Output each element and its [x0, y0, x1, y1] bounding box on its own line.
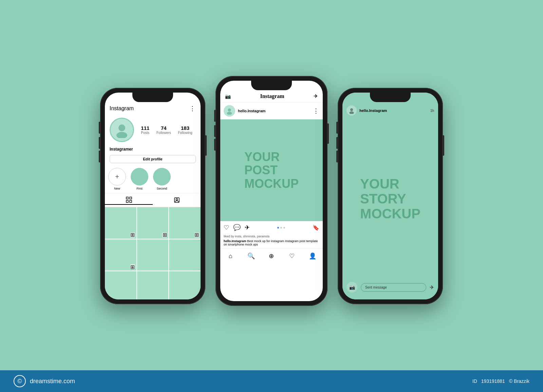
stats-numbers: 111 Posts 74 Followers 183 Following [137, 125, 196, 135]
story-send-icon[interactable]: ✈ [430, 284, 434, 291]
highlight-first[interactable]: First [131, 168, 148, 190]
post-mockup-line1: YOUR [244, 150, 280, 164]
notch-story [370, 93, 411, 102]
story-time: 1h [430, 109, 434, 113]
home-nav-post[interactable]: ⌂ [224, 251, 237, 261]
phone-story: hello.Instagram 1h YOUR STORY MOCKUP 📷 S… [338, 88, 443, 304]
grid-cell-3[interactable]: ⊞ [169, 207, 201, 239]
grid-cell-6[interactable] [169, 239, 201, 271]
highlight-second-label: Second [157, 187, 167, 190]
watermark-id-number: 193191881 [481, 378, 505, 384]
following-count: 183 [181, 125, 189, 131]
svg-rect-5 [130, 200, 132, 202]
liked-by: liked by insta, shminsta, parainsta [220, 234, 323, 239]
grid-cell-8[interactable] [137, 271, 169, 299]
menu-dots-icon[interactable]: ⋮ [189, 105, 196, 112]
grid-cell-2[interactable]: ⊞ [137, 207, 169, 239]
phones-container: Instagram ⋮ 111 Posts [87, 0, 456, 392]
svg-point-8 [228, 109, 231, 112]
watermark-bar: © dreamstime.com ID 193191881 © Brazzik [0, 370, 543, 392]
posts-count: 111 [141, 125, 149, 131]
avatar [110, 118, 134, 142]
tagged-tab[interactable] [153, 195, 201, 205]
grid-cell-4[interactable]: ⊞ [105, 239, 136, 271]
caption: hello.Instagram Best mock up for instagr… [220, 239, 323, 248]
story-top: hello.Instagram 1h [342, 102, 438, 119]
followers-stat[interactable]: 74 Followers [156, 125, 171, 135]
person-tag-icon [174, 197, 180, 203]
post-avatar-icon [226, 107, 233, 115]
share-icon[interactable]: ✈ [245, 224, 250, 231]
add-nav-post[interactable]: ⊕ [265, 251, 278, 261]
send-icon[interactable]: ✈ [314, 93, 318, 99]
svg-rect-3 [130, 197, 132, 199]
post-top-icons: ✈ [314, 93, 318, 99]
watermark-copyright: © Brazzik [509, 378, 529, 384]
comment-icon[interactable]: 💬 [233, 224, 241, 231]
profile-title: Instagram [110, 105, 134, 112]
caption-username[interactable]: hello.Instagram [224, 239, 246, 243]
svg-point-9 [227, 112, 232, 115]
post-actions-left: ♡ 💬 ✈ [224, 224, 250, 231]
dot-inactive-1 [280, 227, 282, 229]
profile-screen: Instagram ⋮ 111 Posts [105, 93, 201, 299]
grid-cell-1[interactable]: ⊞ [105, 207, 136, 239]
multi-icon: ⊞ [130, 233, 135, 237]
highlight-new-label: New [114, 187, 120, 190]
grid-cell-7[interactable] [105, 271, 136, 299]
profile-nav-post[interactable]: 👤 [306, 251, 319, 261]
add-highlight-circle[interactable]: + [108, 168, 126, 185]
profile-header: Instagram ⋮ [105, 102, 201, 114]
phone-profile-screen: Instagram ⋮ 111 Posts [105, 93, 201, 299]
following-label: Following [178, 131, 192, 135]
svg-rect-2 [126, 197, 128, 199]
bookmark-icon[interactable]: 🔖 [313, 224, 319, 231]
post-user-row: hello.Instagram ⋮ [220, 102, 323, 119]
watermark-id-label: ID [472, 378, 477, 384]
svg-rect-4 [126, 200, 128, 202]
story-username[interactable]: hello.Instagram [359, 109, 428, 113]
edit-profile-button[interactable]: Edit profile [110, 155, 196, 163]
story-line2: STORY [360, 191, 406, 206]
likes-nav-post[interactable]: ♡ [286, 251, 298, 261]
posts-stat: 111 Posts [141, 125, 149, 135]
post-avatar [224, 105, 235, 117]
highlight-second[interactable]: Second [153, 168, 171, 190]
photo-grid: ⊞ ⊞ ⊞ ⊞ [105, 207, 201, 299]
post-dots-menu[interactable]: ⋮ [313, 107, 319, 115]
post-username[interactable]: hello.Instagram [238, 109, 265, 113]
highlight-first-label: First [136, 187, 143, 190]
posts-label: Posts [141, 131, 149, 135]
following-stat[interactable]: 183 Following [178, 125, 192, 135]
phone-story-screen: hello.Instagram 1h YOUR STORY MOCKUP 📷 S… [342, 93, 438, 299]
first-highlight-circle[interactable] [131, 168, 148, 185]
watermark-site[interactable]: dreamstime.com [30, 378, 75, 385]
dot-active [277, 227, 279, 229]
post-mockup-text: YOUR POST MOCKUP [238, 143, 305, 197]
search-nav-post[interactable]: 🔍 [245, 251, 257, 261]
story-mockup-text: YOUR STORY MOCKUP [353, 170, 427, 228]
followers-label: Followers [156, 131, 171, 135]
story-camera-icon[interactable]: 📷 [347, 282, 357, 293]
multi-icon: ⊞ [162, 233, 167, 237]
story-avatar-icon [348, 107, 355, 114]
notch-post [251, 81, 292, 90]
highlight-new[interactable]: + New [108, 168, 126, 190]
second-highlight-circle[interactable] [153, 168, 171, 185]
svg-point-10 [350, 108, 353, 111]
post-mockup-line3: MOCKUP [244, 177, 299, 191]
ig-logo: Instagram [260, 93, 284, 99]
phone-post: 📷 Instagram ✈ hello.Ins [216, 76, 327, 306]
profile-stats: 111 Posts 74 Followers 183 Following [105, 114, 201, 145]
svg-point-1 [116, 132, 127, 138]
post-user-left: hello.Instagram [224, 105, 265, 117]
heart-icon[interactable]: ♡ [224, 224, 229, 231]
grid-tab[interactable] [105, 195, 153, 205]
grid-cell-9[interactable] [169, 271, 201, 299]
story-line3: MOCKUP [360, 206, 420, 221]
story-message-input[interactable]: Sent message [361, 283, 426, 292]
grid-cell-5[interactable] [137, 239, 169, 271]
post-top-bar: 📷 Instagram ✈ [220, 90, 323, 102]
multi-icon: ⊞ [194, 233, 199, 237]
svg-point-7 [176, 199, 177, 200]
